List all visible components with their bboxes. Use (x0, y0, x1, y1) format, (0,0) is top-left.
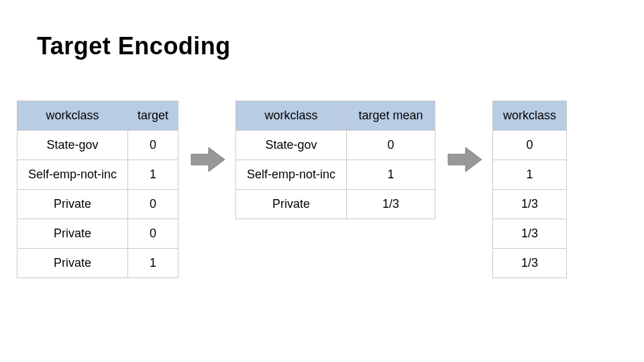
col-header: workclass (17, 101, 128, 131)
cell: 0 (128, 190, 178, 219)
arrow-icon (435, 101, 492, 219)
col-header: workclass (493, 101, 567, 131)
cell: State-gov (236, 131, 347, 160)
cell: 1 (493, 160, 567, 190)
arrow-icon (178, 101, 235, 219)
table-row: Private 0 (17, 219, 178, 249)
table-row: Private 0 (17, 190, 178, 219)
table-row: Self-emp-not-inc 1 (17, 160, 178, 190)
cell: Private (17, 219, 128, 249)
page-title: Target Encoding (37, 32, 231, 60)
table-row: State-gov 0 (236, 131, 435, 160)
col-header: workclass (236, 101, 347, 131)
cell: Private (236, 190, 347, 219)
source-table: workclass target State-gov 0 Self-emp-no… (17, 101, 178, 278)
cell: 0 (128, 219, 178, 249)
diagram-content: workclass target State-gov 0 Self-emp-no… (17, 101, 567, 278)
cell: 1/3 (493, 249, 567, 278)
cell: 1/3 (347, 190, 435, 219)
table-row: 1/3 (493, 219, 567, 249)
cell: 1 (128, 249, 178, 278)
cell: Private (17, 249, 128, 278)
cell: 1/3 (493, 190, 567, 219)
svg-marker-0 (191, 147, 225, 172)
table-header-row: workclass target (17, 101, 178, 131)
table-row: 0 (493, 131, 567, 160)
table-row: 1/3 (493, 190, 567, 219)
encoded-table: workclass 0 1 1/3 1/3 1/3 (492, 101, 567, 278)
cell: 0 (347, 131, 435, 160)
table-row: 1/3 (493, 249, 567, 278)
cell: Self-emp-not-inc (17, 160, 128, 190)
aggregate-table: workclass target mean State-gov 0 Self-e… (235, 101, 435, 219)
table-row: 1 (493, 160, 567, 190)
cell: 1 (128, 160, 178, 190)
cell: Private (17, 190, 128, 219)
cell: 1/3 (493, 219, 567, 249)
col-header: target (128, 101, 178, 131)
svg-marker-1 (448, 147, 482, 172)
cell: 0 (493, 131, 567, 160)
cell: Self-emp-not-inc (236, 160, 347, 190)
cell: State-gov (17, 131, 128, 160)
cell: 0 (128, 131, 178, 160)
cell: 1 (347, 160, 435, 190)
table-header-row: workclass (493, 101, 567, 131)
table-row: State-gov 0 (17, 131, 178, 160)
table-row: Private 1/3 (236, 190, 435, 219)
table-row: Private 1 (17, 249, 178, 278)
table-row: Self-emp-not-inc 1 (236, 160, 435, 190)
table-header-row: workclass target mean (236, 101, 435, 131)
col-header: target mean (347, 101, 435, 131)
